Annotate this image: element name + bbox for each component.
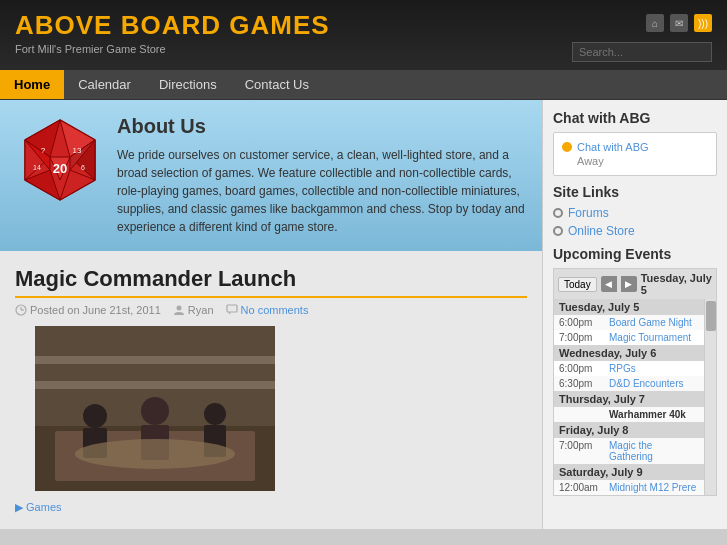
event-time: 6:00pm bbox=[559, 363, 604, 374]
post-image-inner bbox=[35, 326, 275, 491]
chat-box: Chat with ABG Away bbox=[553, 132, 717, 176]
svg-point-32 bbox=[75, 439, 235, 469]
post-author-area: Ryan bbox=[173, 304, 214, 316]
forums-label: Forums bbox=[568, 206, 609, 220]
user-icon bbox=[173, 304, 185, 316]
site-links-list: Forums Online Store bbox=[553, 206, 717, 238]
search-input[interactable] bbox=[572, 42, 712, 62]
about-box: 20 ? 13 14 6 About Us We pride ourselves… bbox=[0, 100, 542, 251]
chat-name[interactable]: Chat with ABG bbox=[577, 141, 649, 153]
table-row: 6:30pm D&D Encounters bbox=[554, 376, 704, 391]
online-store-link[interactable]: Online Store bbox=[553, 224, 717, 238]
event-time: 6:00pm bbox=[559, 317, 604, 328]
email-icon[interactable]: ✉ bbox=[670, 14, 688, 32]
clock-icon bbox=[15, 304, 27, 316]
nav-item-directions[interactable]: Directions bbox=[145, 70, 231, 99]
event-day-header-tue: Tuesday, July 5 bbox=[554, 299, 704, 315]
main-container: 20 ? 13 14 6 About Us We pride ourselves… bbox=[0, 100, 727, 529]
svg-rect-25 bbox=[35, 381, 275, 389]
prev-arrow[interactable]: ◀ bbox=[601, 276, 617, 292]
post-footer-label[interactable]: Games bbox=[26, 501, 61, 513]
nav-item-home[interactable]: Home bbox=[0, 70, 64, 99]
event-time: 12:00am bbox=[559, 482, 604, 493]
post-author: Ryan bbox=[188, 304, 214, 316]
events-box: Today ◀ ▶ Tuesday, July 5 Tuesday, July … bbox=[553, 268, 717, 496]
nav-item-calendar[interactable]: Calendar bbox=[64, 70, 145, 99]
games-arrow: ▶ bbox=[15, 501, 23, 513]
svg-rect-19 bbox=[227, 305, 237, 312]
home-icon[interactable]: ⌂ bbox=[646, 14, 664, 32]
svg-point-26 bbox=[83, 404, 107, 428]
header-left: ABOVE BOARD GAMES Fort Mill's Premier Ga… bbox=[15, 10, 330, 55]
link-circle-icon bbox=[553, 208, 563, 218]
chat-title: Chat with ABG bbox=[553, 110, 717, 126]
scrollbar[interactable] bbox=[704, 299, 716, 495]
event-time bbox=[559, 409, 604, 420]
table-row: 6:00pm Board Game Night bbox=[554, 315, 704, 330]
svg-point-28 bbox=[141, 397, 169, 425]
next-arrow[interactable]: ▶ bbox=[621, 276, 637, 292]
sidebar: Chat with ABG Chat with ABG Away Site Li… bbox=[542, 100, 727, 529]
event-name[interactable]: Midnight M12 Prere bbox=[609, 482, 696, 493]
site-links-title: Site Links bbox=[553, 184, 717, 200]
link-circle-icon2 bbox=[553, 226, 563, 236]
forums-link[interactable]: Forums bbox=[553, 206, 717, 220]
about-body: We pride ourselves on customer service, … bbox=[117, 146, 527, 236]
table-row: 12:00am Midnight M12 Prere bbox=[554, 480, 704, 495]
posts-area: Magic Commander Launch Posted on June 21… bbox=[0, 251, 542, 529]
dice-image: 20 ? 13 14 6 bbox=[15, 115, 105, 205]
search-bar bbox=[572, 42, 712, 62]
svg-rect-24 bbox=[35, 356, 275, 364]
chat-away-label: Away bbox=[577, 155, 708, 167]
post-comments-link[interactable]: No comments bbox=[241, 304, 309, 316]
event-name[interactable]: Warhammer 40k bbox=[609, 409, 686, 420]
about-text: About Us We pride ourselves on customer … bbox=[117, 115, 527, 236]
events-title: Upcoming Events bbox=[553, 246, 717, 262]
event-time: 7:00pm bbox=[559, 440, 604, 462]
table-row: 7:00pm Magic the Gathering bbox=[554, 438, 704, 464]
event-name[interactable]: Magic Tournament bbox=[609, 332, 691, 343]
svg-text:6: 6 bbox=[81, 164, 85, 171]
svg-point-18 bbox=[176, 306, 181, 311]
site-header: ABOVE BOARD GAMES Fort Mill's Premier Ga… bbox=[0, 0, 727, 70]
table-row: Warhammer 40k bbox=[554, 407, 704, 422]
events-body: Tuesday, July 5 6:00pm Board Game Night … bbox=[554, 299, 716, 495]
table-row: 7:00pm Magic Tournament bbox=[554, 330, 704, 345]
event-name[interactable]: Board Game Night bbox=[609, 317, 692, 328]
rss-icon[interactable]: ))) bbox=[694, 14, 712, 32]
about-title: About Us bbox=[117, 115, 527, 138]
event-name[interactable]: RPGs bbox=[609, 363, 636, 374]
chat-status: Chat with ABG bbox=[562, 141, 708, 153]
site-subtitle: Fort Mill's Premier Game Store bbox=[15, 43, 330, 55]
main-nav: Home Calendar Directions Contact Us bbox=[0, 70, 727, 100]
status-dot bbox=[562, 142, 572, 152]
online-store-label: Online Store bbox=[568, 224, 635, 238]
content-area: 20 ? 13 14 6 About Us We pride ourselves… bbox=[0, 100, 542, 529]
event-day-header-fri: Friday, July 8 bbox=[554, 422, 704, 438]
table-row: 6:00pm RPGs bbox=[554, 361, 704, 376]
event-day-header-thu: Thursday, July 7 bbox=[554, 391, 704, 407]
svg-text:?: ? bbox=[41, 146, 46, 155]
comment-icon bbox=[226, 304, 238, 316]
post-comments-area: No comments bbox=[226, 304, 309, 316]
event-day-header-sat: Saturday, July 9 bbox=[554, 464, 704, 480]
post-date: Posted on June 21st, 2011 bbox=[30, 304, 161, 316]
events-date-label: Tuesday, July 5 bbox=[641, 272, 712, 296]
svg-text:14: 14 bbox=[33, 164, 41, 171]
event-name[interactable]: Magic the Gathering bbox=[609, 440, 699, 462]
header-icons: ⌂ ✉ ))) bbox=[646, 14, 712, 32]
svg-point-30 bbox=[204, 403, 226, 425]
events-list: Tuesday, July 5 6:00pm Board Game Night … bbox=[554, 299, 704, 495]
event-time: 7:00pm bbox=[559, 332, 604, 343]
post-footer[interactable]: ▶ Games bbox=[15, 501, 527, 514]
post-clock-icon: Posted on June 21st, 2011 bbox=[15, 304, 161, 316]
site-title: ABOVE BOARD GAMES bbox=[15, 10, 330, 41]
nav-item-contact[interactable]: Contact Us bbox=[231, 70, 323, 99]
post-divider bbox=[15, 296, 527, 298]
today-button[interactable]: Today bbox=[558, 277, 597, 292]
events-header: Today ◀ ▶ Tuesday, July 5 bbox=[554, 269, 716, 299]
event-name[interactable]: D&D Encounters bbox=[609, 378, 683, 389]
post-title: Magic Commander Launch bbox=[15, 266, 527, 292]
header-right: ⌂ ✉ ))) bbox=[572, 10, 712, 62]
svg-text:20: 20 bbox=[53, 161, 67, 176]
